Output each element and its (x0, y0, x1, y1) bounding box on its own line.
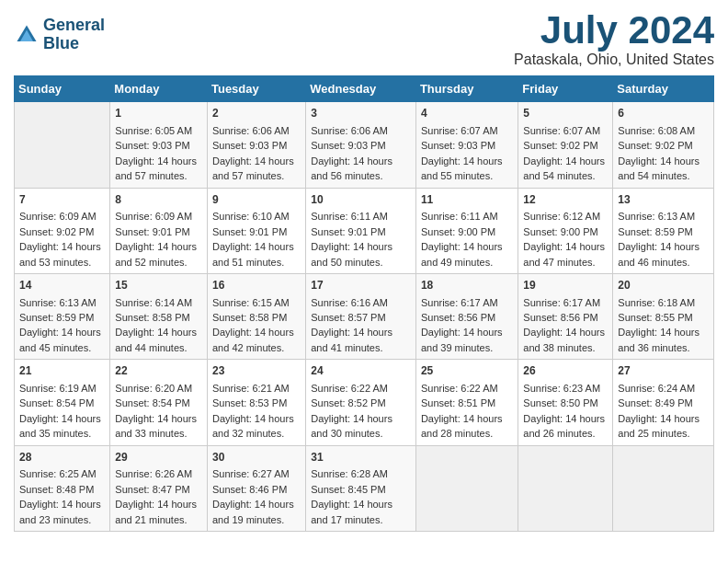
daylight-text: Daylight: 14 hours and 45 minutes. (19, 327, 101, 352)
daylight-text: Daylight: 14 hours and 50 minutes. (311, 241, 392, 267)
sunrise-text: Sunrise: 6:24 AM (618, 383, 695, 394)
day-cell: 12 Sunrise: 6:12 AM Sunset: 9:00 PM Dayl… (518, 188, 613, 273)
sunrise-text: Sunrise: 6:19 AM (19, 383, 97, 394)
sunset-text: Sunset: 9:01 PM (311, 226, 385, 237)
sunrise-text: Sunrise: 6:20 AM (115, 383, 192, 394)
daylight-text: Daylight: 14 hours and 46 minutes. (618, 241, 700, 267)
daylight-text: Daylight: 14 hours and 33 minutes. (115, 413, 197, 439)
day-cell: 3 Sunrise: 6:06 AM Sunset: 9:03 PM Dayli… (306, 102, 416, 188)
day-cell: 6 Sunrise: 6:08 AM Sunset: 9:02 PM Dayli… (613, 102, 714, 188)
day-cell: 22 Sunrise: 6:20 AM Sunset: 8:54 PM Dayl… (110, 360, 208, 445)
day-cell: 28 Sunrise: 6:25 AM Sunset: 8:48 PM Dayl… (15, 445, 110, 531)
sunrise-text: Sunrise: 6:18 AM (618, 297, 695, 308)
day-number: 31 (311, 450, 411, 465)
day-number: 30 (212, 450, 301, 465)
daylight-text: Daylight: 14 hours and 49 minutes. (421, 241, 503, 267)
day-cell (415, 445, 518, 531)
day-cell: 4 Sunrise: 6:07 AM Sunset: 9:03 PM Dayli… (415, 102, 518, 188)
sunset-text: Sunset: 9:03 PM (421, 140, 495, 151)
daylight-text: Daylight: 14 hours and 21 minutes. (115, 499, 197, 524)
daylight-text: Daylight: 14 hours and 53 minutes. (19, 241, 101, 267)
header-cell-thursday: Thursday (415, 76, 518, 102)
sunset-text: Sunset: 8:59 PM (618, 226, 692, 237)
daylight-text: Daylight: 14 hours and 26 minutes. (523, 413, 605, 439)
week-row-5: 28 Sunrise: 6:25 AM Sunset: 8:48 PM Dayl… (15, 445, 714, 531)
sunrise-text: Sunrise: 6:07 AM (523, 125, 600, 136)
daylight-text: Daylight: 14 hours and 38 minutes. (523, 327, 605, 352)
day-number: 11 (421, 192, 513, 208)
sunset-text: Sunset: 8:56 PM (421, 312, 495, 323)
daylight-text: Daylight: 14 hours and 44 minutes. (115, 327, 197, 352)
day-cell: 14 Sunrise: 6:13 AM Sunset: 8:59 PM Dayl… (15, 273, 110, 359)
day-cell: 13 Sunrise: 6:13 AM Sunset: 8:59 PM Dayl… (613, 188, 714, 273)
sunset-text: Sunset: 9:00 PM (421, 226, 495, 237)
sunset-text: Sunset: 8:48 PM (19, 484, 94, 495)
main-title: July 2024 (514, 9, 714, 52)
daylight-text: Daylight: 14 hours and 25 minutes. (618, 413, 700, 439)
daylight-text: Daylight: 14 hours and 56 minutes. (311, 155, 392, 181)
sunset-text: Sunset: 8:47 PM (115, 484, 189, 495)
sunrise-text: Sunrise: 6:06 AM (311, 125, 388, 136)
sunset-text: Sunset: 8:54 PM (19, 397, 94, 408)
header-cell-tuesday: Tuesday (207, 76, 305, 102)
sunrise-text: Sunrise: 6:14 AM (115, 297, 192, 308)
sunset-text: Sunset: 9:02 PM (523, 140, 597, 151)
day-number: 8 (115, 192, 202, 208)
day-number: 7 (19, 192, 105, 208)
sunrise-text: Sunrise: 6:26 AM (115, 468, 192, 479)
day-cell (613, 445, 714, 531)
sunset-text: Sunset: 8:49 PM (618, 397, 692, 408)
day-number: 28 (19, 450, 105, 465)
day-cell: 20 Sunrise: 6:18 AM Sunset: 8:55 PM Dayl… (613, 273, 714, 359)
daylight-text: Daylight: 14 hours and 23 minutes. (19, 499, 101, 524)
sunset-text: Sunset: 8:54 PM (115, 397, 189, 408)
header-row: SundayMondayTuesdayWednesdayThursdayFrid… (15, 76, 714, 102)
sunrise-text: Sunrise: 6:21 AM (212, 383, 290, 394)
sunrise-text: Sunrise: 6:13 AM (618, 211, 695, 222)
header-cell-sunday: Sunday (15, 76, 110, 102)
sunset-text: Sunset: 8:46 PM (212, 484, 287, 495)
sunrise-text: Sunrise: 6:25 AM (19, 468, 97, 479)
daylight-text: Daylight: 14 hours and 54 minutes. (523, 155, 605, 181)
sunset-text: Sunset: 8:52 PM (311, 397, 385, 408)
day-cell: 24 Sunrise: 6:22 AM Sunset: 8:52 PM Dayl… (306, 360, 416, 445)
day-number: 2 (212, 106, 301, 121)
day-number: 23 (212, 363, 301, 379)
day-number: 21 (19, 363, 105, 379)
day-number: 16 (212, 278, 301, 293)
day-cell: 10 Sunrise: 6:11 AM Sunset: 9:01 PM Dayl… (306, 188, 416, 273)
header-cell-wednesday: Wednesday (306, 76, 416, 102)
sunset-text: Sunset: 9:01 PM (212, 226, 287, 237)
page-header: General Blue July 2024 Pataskala, Ohio, … (14, 9, 714, 68)
sunrise-text: Sunrise: 6:09 AM (115, 211, 192, 222)
day-cell: 30 Sunrise: 6:27 AM Sunset: 8:46 PM Dayl… (207, 445, 305, 531)
day-cell: 25 Sunrise: 6:22 AM Sunset: 8:51 PM Dayl… (415, 360, 518, 445)
day-cell (518, 445, 613, 531)
daylight-text: Daylight: 14 hours and 36 minutes. (618, 327, 700, 352)
header-cell-friday: Friday (518, 76, 613, 102)
logo-icon (14, 22, 40, 48)
day-cell: 11 Sunrise: 6:11 AM Sunset: 9:00 PM Dayl… (415, 188, 518, 273)
daylight-text: Daylight: 14 hours and 47 minutes. (523, 241, 605, 267)
sunrise-text: Sunrise: 6:13 AM (19, 297, 97, 308)
sunrise-text: Sunrise: 6:22 AM (311, 383, 388, 394)
day-cell: 31 Sunrise: 6:28 AM Sunset: 8:45 PM Dayl… (306, 445, 416, 531)
sunrise-text: Sunrise: 6:12 AM (523, 211, 600, 222)
subtitle: Pataskala, Ohio, United States (514, 52, 714, 68)
week-row-4: 21 Sunrise: 6:19 AM Sunset: 8:54 PM Dayl… (15, 360, 714, 445)
day-cell: 5 Sunrise: 6:07 AM Sunset: 9:02 PM Dayli… (518, 102, 613, 188)
day-cell: 23 Sunrise: 6:21 AM Sunset: 8:53 PM Dayl… (207, 360, 305, 445)
day-number: 9 (212, 192, 301, 208)
logo-text: General Blue (43, 17, 105, 53)
day-cell: 8 Sunrise: 6:09 AM Sunset: 9:01 PM Dayli… (110, 188, 208, 273)
sunset-text: Sunset: 9:02 PM (19, 226, 94, 237)
day-number: 3 (311, 106, 411, 121)
day-number: 22 (115, 363, 202, 379)
day-cell: 15 Sunrise: 6:14 AM Sunset: 8:58 PM Dayl… (110, 273, 208, 359)
sunrise-text: Sunrise: 6:10 AM (212, 211, 290, 222)
daylight-text: Daylight: 14 hours and 54 minutes. (618, 155, 700, 181)
sunrise-text: Sunrise: 6:17 AM (523, 297, 600, 308)
day-cell: 27 Sunrise: 6:24 AM Sunset: 8:49 PM Dayl… (613, 360, 714, 445)
sunset-text: Sunset: 8:50 PM (523, 397, 597, 408)
day-number: 26 (523, 363, 608, 379)
